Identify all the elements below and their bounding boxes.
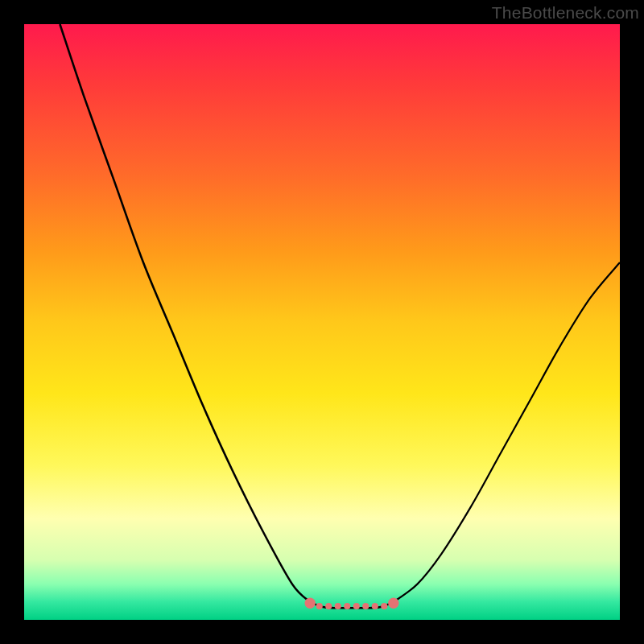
curve-left-path <box>60 24 393 608</box>
highlight-dot <box>305 598 316 609</box>
highlight-dot <box>372 603 378 609</box>
watermark-text: TheBottleneck.com <box>492 3 639 23</box>
plot-area <box>24 24 620 620</box>
highlight-dot <box>335 603 341 609</box>
highlight-dot <box>353 603 360 609</box>
curve-right-path <box>392 262 620 603</box>
highlight-dot <box>362 603 369 609</box>
chart-frame: TheBottleneck.com <box>0 0 644 644</box>
highlight-dot <box>325 603 332 609</box>
highlight-dot <box>316 603 323 609</box>
highlight-dot <box>344 603 350 609</box>
chart-svg <box>24 24 620 620</box>
highlight-dot <box>381 603 387 609</box>
highlight-dot <box>388 598 398 609</box>
